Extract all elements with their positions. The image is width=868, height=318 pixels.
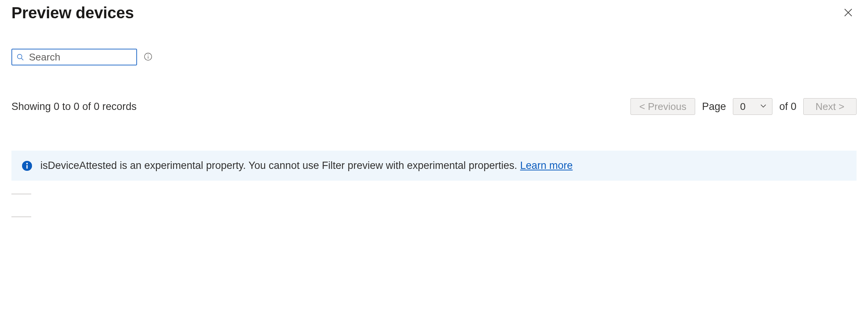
divider: [11, 216, 31, 217]
of-label: of 0: [779, 101, 796, 113]
page-select[interactable]: 0: [733, 98, 772, 115]
info-banner-message: isDeviceAttested is an experimental prop…: [40, 160, 520, 171]
paging-row: Showing 0 to 0 of 0 records < Previous P…: [11, 98, 857, 115]
close-button[interactable]: [840, 5, 857, 21]
svg-point-9: [26, 162, 28, 164]
learn-more-link[interactable]: Learn more: [520, 160, 573, 171]
footer-marks: [11, 194, 857, 217]
page-title: Preview devices: [11, 4, 134, 22]
info-icon: [144, 52, 153, 62]
search-info-button[interactable]: [143, 52, 153, 62]
search-box[interactable]: [11, 49, 137, 65]
info-banner: isDeviceAttested is an experimental prop…: [11, 151, 857, 181]
page-label: Page: [702, 101, 726, 113]
pager: < Previous Page 0 of 0 Next >: [630, 98, 857, 115]
search-input[interactable]: [28, 51, 153, 64]
next-button[interactable]: Next >: [803, 98, 857, 115]
search-row: [11, 49, 857, 65]
svg-rect-8: [26, 165, 27, 169]
svg-point-6: [148, 54, 148, 55]
close-icon: [843, 7, 854, 19]
page-select-value: 0: [740, 101, 745, 113]
svg-point-2: [18, 54, 22, 59]
preview-devices-panel: Preview devices: [0, 0, 868, 318]
previous-button[interactable]: < Previous: [630, 98, 695, 115]
divider: [11, 194, 31, 194]
panel-header: Preview devices: [11, 4, 857, 22]
search-icon: [16, 53, 24, 61]
chevron-down-icon: [759, 102, 767, 111]
info-solid-icon: [22, 161, 32, 171]
records-summary: Showing 0 to 0 of 0 records: [11, 101, 137, 113]
svg-line-3: [21, 58, 23, 60]
info-banner-text: isDeviceAttested is an experimental prop…: [40, 160, 573, 172]
